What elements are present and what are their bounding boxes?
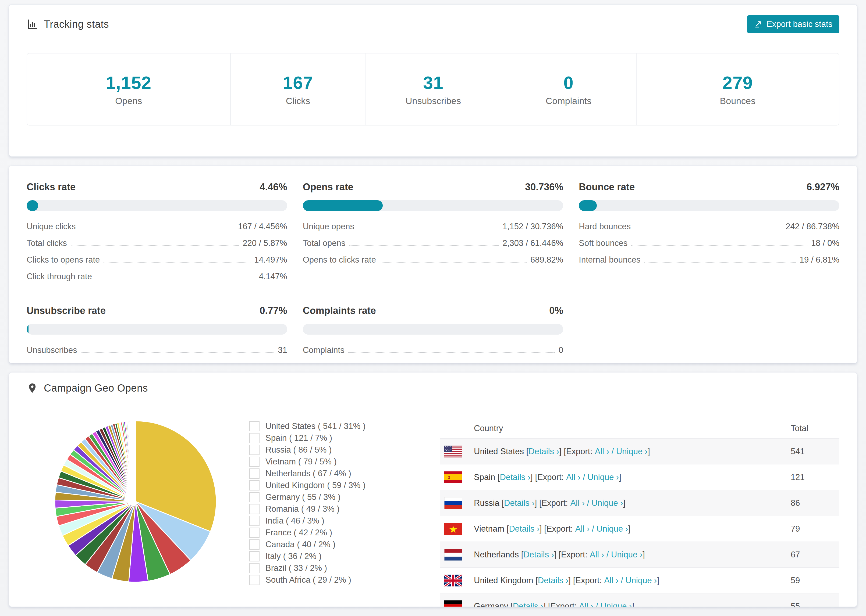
complaints-rate-value: 0% [549, 305, 563, 316]
legend-item[interactable]: South Africa ( 29 / 2% ) [249, 574, 435, 586]
export-basic-stats-button[interactable]: Export basic stats [747, 15, 839, 33]
table-row: Germany [Details ›] [Export: All › / Uni… [440, 593, 839, 607]
total-column-header: Total [791, 424, 839, 433]
bounces-count: 279 [723, 72, 753, 93]
metric-row: Unique clicks167 / 4.456% [27, 222, 287, 238]
legend-item[interactable]: Spain ( 121 / 7% ) [249, 432, 435, 444]
opens-rate-value: 30.736% [525, 181, 563, 193]
export-unique-link[interactable]: Unique › [587, 473, 619, 482]
metric-row: Complaints0 [303, 345, 564, 362]
country-flag [444, 549, 462, 561]
complaints-rate-block: Complaints rate 0% Complaints0 [303, 305, 564, 362]
legend-item[interactable]: United States ( 541 / 31% ) [249, 420, 435, 432]
complaints-rate-progress [303, 324, 564, 335]
summary-stats-grid: 1,152 Opens 167 Clicks 31 Unsubscribes 0… [27, 53, 839, 126]
bar-chart-icon [27, 19, 38, 30]
export-all-link[interactable]: All › [566, 473, 580, 482]
metric-row: Unsubscribes31 [27, 345, 287, 362]
geo-legend: United States ( 541 / 31% ) Spain ( 121 … [249, 420, 435, 586]
legend-swatch [249, 528, 260, 538]
geo-pie-chart[interactable] [52, 418, 219, 585]
legend-item[interactable]: United Kingdom ( 59 / 3% ) [249, 479, 435, 491]
export-unique-link[interactable]: Unique › [625, 576, 657, 585]
export-all-link[interactable]: All › [579, 602, 593, 607]
export-unique-link[interactable]: Unique › [616, 447, 648, 456]
legend-swatch [249, 468, 260, 479]
stat-complaints: 0 Complaints [501, 53, 636, 125]
clicks-rate-progress-fill [27, 200, 38, 211]
clicks-label: Clicks [286, 96, 310, 106]
table-row: Vietnam [Details ›] [Export: All › / Uni… [440, 516, 839, 542]
rates-card: Clicks rate 4.46% Unique clicks167 / 4.4… [9, 165, 857, 363]
metric-row: Click through rate4.147% [27, 272, 287, 288]
clicks-rate-title: Clicks rate [27, 181, 76, 193]
metric-row: Total clicks220 / 5.87% [27, 238, 287, 255]
export-unique-link[interactable]: Unique › [597, 524, 628, 534]
legend-item[interactable]: Romania ( 49 / 3% ) [249, 503, 435, 515]
export-unique-link[interactable]: Unique › [600, 602, 632, 607]
metric-row: Unique opens1,152 / 30.736% [303, 222, 564, 238]
total-value: 67 [791, 550, 839, 559]
legend-swatch [249, 480, 260, 490]
details-link[interactable]: Details › [529, 447, 559, 456]
clicks-rate-progress [27, 200, 287, 211]
metric-row: Hard bounces242 / 86.738% [579, 222, 839, 238]
export-all-link[interactable]: All › [575, 524, 589, 534]
export-icon [754, 20, 763, 28]
opens-rate-block: Opens rate 30.736% Unique opens1,152 / 3… [303, 181, 564, 288]
legend-swatch [249, 445, 260, 455]
page: { "accent_color": "#0a90a5", "link_color… [0, 0, 866, 616]
total-value: 79 [791, 524, 839, 534]
details-link[interactable]: Details › [500, 473, 531, 482]
export-all-link[interactable]: All › [595, 447, 609, 456]
map-pin-icon [27, 382, 38, 394]
legend-swatch [249, 504, 260, 514]
metric-row: Total opens2,303 / 61.446% [303, 238, 564, 255]
export-all-link[interactable]: All › [604, 576, 618, 585]
legend-item[interactable]: Germany ( 55 / 3% ) [249, 491, 435, 503]
country-flag [444, 446, 462, 457]
table-row: United Kingdom [Details ›] [Export: All … [440, 567, 839, 593]
metric-row: Soft bounces18 / 0% [579, 238, 839, 255]
geo-opens-title: Campaign Geo Opens [44, 382, 148, 394]
complaints-count: 0 [564, 72, 574, 93]
legend-item[interactable]: Vietnam ( 79 / 5% ) [249, 456, 435, 468]
bounce-rate-title: Bounce rate [579, 181, 635, 193]
export-all-link[interactable]: All › [590, 550, 604, 559]
total-value: 55 [791, 602, 839, 607]
legend-swatch [249, 539, 260, 550]
legend-item[interactable]: Brazil ( 33 / 2% ) [249, 562, 435, 574]
unsubscribes-label: Unsubscribes [406, 96, 461, 106]
tracking-stats-card: Tracking stats Export basic stats 1,152 … [9, 4, 857, 157]
bounces-label: Bounces [720, 96, 756, 106]
details-link[interactable]: Details › [509, 524, 540, 534]
opens-rate-title: Opens rate [303, 181, 353, 193]
table-row: Netherlands [Details ›] [Export: All › /… [440, 542, 839, 567]
export-all-link[interactable]: All › [570, 498, 584, 508]
legend-item[interactable]: Canada ( 40 / 2% ) [249, 539, 435, 550]
country-flag [444, 600, 462, 607]
details-link[interactable]: Details › [504, 498, 535, 508]
legend-swatch [249, 563, 260, 573]
legend-item[interactable]: Netherlands ( 67 / 4% ) [249, 468, 435, 479]
legend-swatch [249, 551, 260, 561]
export-unique-link[interactable]: Unique › [611, 550, 642, 559]
total-value: 541 [791, 447, 839, 456]
total-value: 121 [791, 473, 839, 482]
details-link[interactable]: Details › [538, 576, 568, 585]
legend-item[interactable]: Italy ( 36 / 2% ) [249, 550, 435, 562]
legend-item[interactable]: France ( 42 / 2% ) [249, 527, 435, 539]
unsubscribes-count: 31 [423, 72, 443, 93]
unsubscribe-rate-title: Unsubscribe rate [27, 305, 106, 316]
legend-swatch [249, 457, 260, 467]
details-link[interactable]: Details › [513, 602, 543, 607]
country-flag [444, 497, 462, 509]
export-unique-link[interactable]: Unique › [592, 498, 623, 508]
opens-rate-progress [303, 200, 564, 211]
legend-item[interactable]: India ( 46 / 3% ) [249, 515, 435, 527]
legend-swatch [249, 421, 260, 431]
details-link[interactable]: Details › [523, 550, 554, 559]
metric-row: Clicks to opens rate14.497% [27, 255, 287, 272]
legend-item[interactable]: Russia ( 86 / 5% ) [249, 444, 435, 456]
legend-swatch [249, 492, 260, 502]
